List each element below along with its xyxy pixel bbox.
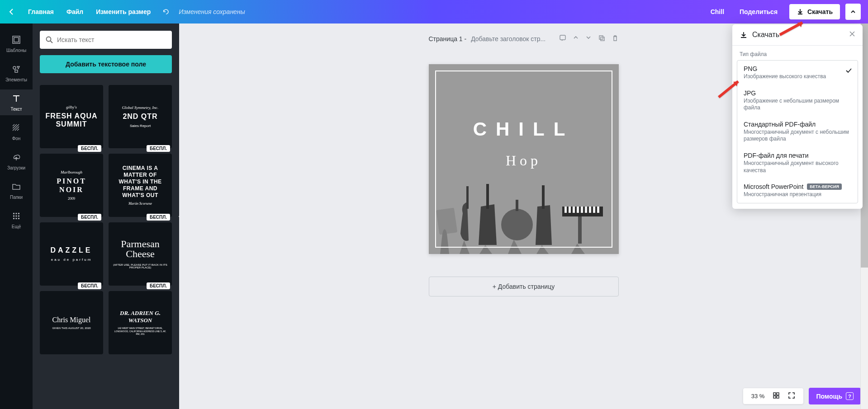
close-icon xyxy=(849,31,855,37)
rail-label: Фон xyxy=(12,136,21,141)
elements-icon xyxy=(11,64,22,75)
move-up-button[interactable] xyxy=(573,34,579,43)
svg-rect-3 xyxy=(15,70,18,72)
format-desc: Изображение с небольшим размером файла xyxy=(744,98,851,112)
page-header: Страница 1 - Добавьте заголовок стр... xyxy=(429,34,619,43)
duplicate-button[interactable] xyxy=(598,34,605,43)
rail-label: Ещё xyxy=(12,224,21,229)
template-title: FRESH AQUA SUMMIT xyxy=(44,112,99,129)
notes-button[interactable] xyxy=(559,34,566,43)
fullscreen-button[interactable] xyxy=(788,392,795,400)
format-name: Microsoft PowerPoint xyxy=(744,183,803,190)
free-badge: БЕСПЛ. xyxy=(147,214,170,221)
background-icon xyxy=(11,122,22,133)
collapse-panel-button[interactable] xyxy=(175,200,179,233)
undo-button[interactable] xyxy=(161,7,171,16)
download-icon xyxy=(740,31,748,39)
format-name: JPG xyxy=(744,89,756,97)
share-button[interactable]: Поделиться xyxy=(733,5,784,19)
rail-folders[interactable]: Папки xyxy=(0,178,33,203)
templates-icon xyxy=(11,34,22,45)
svg-rect-35 xyxy=(777,393,779,395)
svg-rect-11 xyxy=(16,218,17,219)
grid-view-button[interactable] xyxy=(773,392,780,400)
rail-text[interactable]: Текст xyxy=(0,89,33,115)
design-canvas[interactable]: CHILL Hop xyxy=(429,64,619,254)
help-icon: ? xyxy=(846,392,854,400)
format-desc: Многостраничная презентация xyxy=(744,191,851,198)
rail-templates[interactable]: Шаблоны xyxy=(0,31,33,56)
rail-uploads[interactable]: Загрузки xyxy=(0,148,33,174)
svg-rect-37 xyxy=(777,396,779,398)
svg-rect-12 xyxy=(18,218,19,219)
rail-label: Элементы xyxy=(5,77,27,82)
download-button[interactable]: Скачать xyxy=(789,4,840,19)
format-name: Стандартный PDF-файл xyxy=(744,121,816,128)
free-badge: БЕСПЛ. xyxy=(78,145,101,152)
template-subtitle2: 142 WEST MAIN STREET, BENNET DRIVE, LONG… xyxy=(113,327,167,336)
template-item[interactable]: DAZZLE eau de parfum БЕСПЛ. xyxy=(40,222,103,286)
more-icon xyxy=(11,211,22,221)
template-subtitle2: (AFTER USE, PLEASE PUT IT BACK IN ITS PR… xyxy=(113,263,167,269)
svg-rect-7 xyxy=(13,216,14,217)
template-item[interactable]: Marlborough PINOT NOIR 2009 БЕСПЛ. xyxy=(40,154,103,217)
svg-rect-1 xyxy=(14,38,19,42)
close-button[interactable] xyxy=(849,31,855,39)
search-input[interactable] xyxy=(57,36,166,43)
filetype-option-pdf-standard[interactable]: Стандартный PDF-файл Многостраничный док… xyxy=(737,116,858,147)
filetype-label: Тип файла xyxy=(732,46,863,60)
back-button[interactable] xyxy=(7,7,16,16)
template-item[interactable]: Global Symmetry, Inc. 2ND QTR Sales Repo… xyxy=(109,85,172,148)
design-heading[interactable]: CHILL xyxy=(429,118,619,140)
filetype-option-pdf-print[interactable]: PDF-файл для печати Многостраничный доку… xyxy=(737,147,858,179)
rail-more[interactable]: Ещё xyxy=(0,207,33,233)
page-title-placeholder[interactable]: Добавьте заголовок стр... xyxy=(471,35,545,42)
filetype-option-jpg[interactable]: JPG Изображение с небольшим размером фай… xyxy=(737,85,858,116)
download-label: Скачать xyxy=(807,8,833,15)
move-down-button[interactable] xyxy=(585,34,592,43)
format-desc: Изображение высокого качества xyxy=(744,73,851,80)
template-item[interactable]: Chris Miguel GIVEN THIS AUGUST 20, 2020 xyxy=(40,291,103,354)
add-page-button[interactable]: + Добавить страницу xyxy=(429,277,619,296)
help-button[interactable]: Помощь ? xyxy=(809,388,861,404)
template-title: DAZZLE xyxy=(50,246,92,254)
template-title: Chris Miguel xyxy=(52,316,91,324)
svg-rect-14 xyxy=(560,35,565,40)
svg-point-13 xyxy=(47,37,51,42)
download-dropdown: Скачать Тип файла PNG Изображение высоко… xyxy=(732,24,863,209)
template-item[interactable]: CINEMA IS A MATTER OF WHAT'S IN THE FRAM… xyxy=(109,154,172,217)
download-more-button[interactable] xyxy=(845,4,861,20)
svg-rect-10 xyxy=(13,218,14,219)
download-icon xyxy=(797,8,804,15)
left-rail: Шаблоны Элементы Текст Фон Загрузки Папк… xyxy=(0,24,33,409)
file-menu[interactable]: Файл xyxy=(60,8,90,15)
search-box[interactable] xyxy=(40,31,172,49)
annotation-arrow xyxy=(716,77,744,101)
resize-menu[interactable]: Изменить размер xyxy=(90,8,157,15)
design-title[interactable]: Chill xyxy=(707,8,728,15)
delete-button[interactable] xyxy=(612,34,619,43)
home-menu[interactable]: Главная xyxy=(22,8,60,15)
filetype-option-png[interactable]: PNG Изображение высокого качества xyxy=(737,61,858,85)
rail-elements[interactable]: Элементы xyxy=(0,60,33,86)
filetype-option-pptx[interactable]: Microsoft PowerPoint БЕТА-ВЕРСИЯ Многост… xyxy=(737,179,858,203)
design-subheading[interactable]: Hop xyxy=(429,152,619,169)
folder-icon xyxy=(11,181,22,192)
zoom-level[interactable]: 33 % xyxy=(751,393,765,400)
search-icon xyxy=(45,36,53,44)
svg-rect-16 xyxy=(601,37,604,41)
page-number: Страница 1 - xyxy=(429,35,467,42)
template-item[interactable]: DR. ADRIEN G. WATSON 142 WEST MAIN STREE… xyxy=(109,291,172,354)
chevron-up-icon xyxy=(850,9,856,14)
template-item[interactable]: Parmesan Cheese (AFTER USE, PLEASE PUT I… xyxy=(109,222,172,286)
template-title: 2ND QTR xyxy=(123,113,157,121)
rail-background[interactable]: Фон xyxy=(0,119,33,145)
free-badge: БЕСПЛ. xyxy=(147,145,170,152)
template-subtitle: gilby's xyxy=(66,105,76,109)
format-name: PDF-файл для печати xyxy=(744,152,809,159)
template-title: CINEMA IS A MATTER OF WHAT'S IN THE FRAM… xyxy=(113,165,167,199)
template-item[interactable]: gilby's FRESH AQUA SUMMIT БЕСПЛ. xyxy=(40,85,103,148)
add-text-button[interactable]: Добавить текстовое поле xyxy=(40,55,172,73)
format-desc: Многостраничный документ высокого качест… xyxy=(744,160,851,174)
svg-rect-5 xyxy=(16,213,17,214)
